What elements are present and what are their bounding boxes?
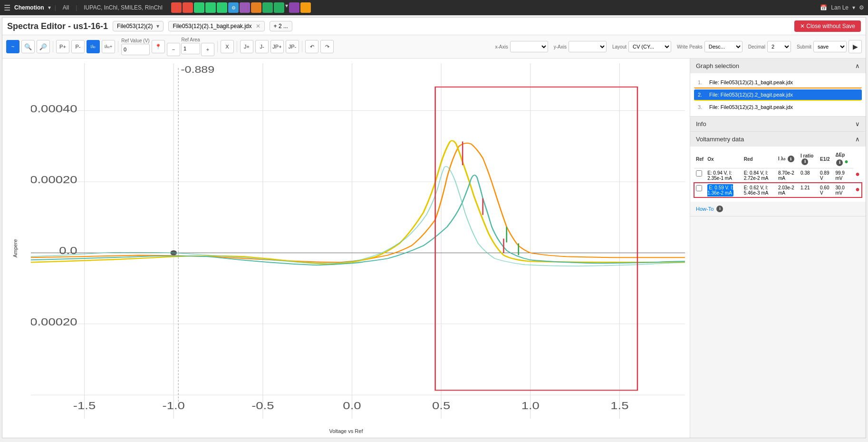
how-to-link[interactable]: How-To ℹ: [690, 202, 866, 216]
ref-area-plus-button[interactable]: +: [201, 43, 214, 56]
axis-controls: x-Axis y-Axis Layout CV (CY... Write Pea…: [492, 40, 862, 53]
p-plus-button[interactable]: P+: [56, 40, 69, 53]
svg-text:-0.889: -0.889: [181, 64, 214, 75]
nav-icon-dropdown[interactable]: ▾: [285, 2, 288, 13]
row1-checkbox[interactable]: [696, 170, 702, 177]
svg-text:1.0: 1.0: [521, 400, 540, 412]
i-lambda-button[interactable]: Iλ₀: [87, 40, 100, 53]
graph-3-file: File: File053(12)(2).3_bagit.peak.jdx: [709, 104, 793, 110]
toolbar: ~ 🔍 🔍 P+ P- Iλ₀ Iλ₀+ Ref Value (V) 📍 Ref…: [2, 35, 866, 59]
redo-button[interactable]: ↷: [320, 40, 334, 53]
i-lambda-plus-button[interactable]: Iλ₀+: [102, 40, 115, 53]
file-tab-more[interactable]: + 2 ...: [270, 21, 292, 31]
settings-icon[interactable]: ⚙: [859, 4, 864, 11]
file-tab-2-close[interactable]: ✕: [256, 23, 260, 29]
undo-button[interactable]: ↶: [305, 40, 318, 53]
calendar-icon[interactable]: 📅: [820, 4, 827, 11]
nav-icon-6[interactable]: ⚙: [228, 2, 239, 13]
nav-icon-10[interactable]: [274, 2, 284, 13]
x-axis-title: Voltage vs Ref: [329, 428, 363, 434]
row2-red-dot[interactable]: ●: [855, 185, 860, 193]
row1-red: E: 0.84 V, I: 2.72e-2 mA: [742, 168, 776, 183]
voltammetry-header[interactable]: Voltammetry data ∧: [690, 132, 866, 147]
row1-ilambda: 8.70e-2 mA: [776, 168, 799, 183]
p-minus-button[interactable]: P-: [71, 40, 85, 53]
submit-label: Submit: [797, 44, 811, 49]
file-tab-1-dropdown[interactable]: ▾: [156, 23, 159, 29]
col-ref: Ref: [694, 150, 705, 168]
nav-icon-1[interactable]: [171, 2, 182, 13]
toolbar-sep-2: [118, 41, 118, 52]
layout-select[interactable]: CV (CY...: [628, 41, 671, 52]
iratio-info-icon: ℹ: [801, 158, 808, 165]
nav-icon-5[interactable]: [217, 2, 227, 13]
row2-checkbox[interactable]: [696, 185, 702, 191]
layout-label: Layout: [612, 44, 627, 49]
voltammetry-section: Voltammetry data ∧ Ref Ox: [690, 132, 866, 216]
decimal-select[interactable]: 2: [767, 41, 791, 52]
nav-icon-11[interactable]: [289, 2, 299, 13]
row1-red-dot[interactable]: ●: [855, 170, 860, 178]
row1-iratio: 0.38: [799, 168, 818, 183]
nav-iupac[interactable]: IUPAC, InChI, SMILES, RInChI: [81, 4, 165, 11]
nav-icon-4[interactable]: [205, 2, 216, 13]
row1-e12: 0.89 V: [818, 168, 833, 183]
user-dropdown-icon[interactable]: ▾: [852, 4, 855, 11]
ref-area-label: Ref Area: [182, 37, 200, 42]
graph-item-2[interactable]: 2. File: File053(12)(2).2_bagit.peak.jdx: [694, 89, 862, 101]
nav-icon-9[interactable]: [262, 2, 273, 13]
j-plus-button[interactable]: J+: [240, 40, 253, 53]
write-peaks-label: Write Peaks: [677, 44, 703, 49]
zoom-out-button[interactable]: 🔍: [37, 40, 50, 53]
line-tool-button[interactable]: ~: [6, 40, 19, 53]
nav-icon-7[interactable]: [240, 2, 250, 13]
nav-icon-8[interactable]: [251, 2, 261, 13]
svg-text:-1.0: -1.0: [163, 400, 185, 412]
ref-area-input[interactable]: [181, 43, 200, 54]
graph-selection-title: Graph selection: [696, 62, 739, 69]
zoom-in-button[interactable]: 🔍: [21, 40, 35, 53]
how-to-label: How-To: [696, 206, 714, 212]
submit-select[interactable]: save: [813, 41, 847, 52]
close-without-save-button[interactable]: ✕ Close without Save: [794, 20, 861, 32]
graph-selection-collapse-icon[interactable]: ∧: [855, 62, 860, 69]
nav-all[interactable]: All: [60, 4, 72, 11]
info-title: Info: [696, 120, 706, 128]
y-axis-select[interactable]: [569, 41, 607, 52]
voltammetry-collapse-icon[interactable]: ∧: [855, 136, 860, 143]
editor-header: Spectra Editor - us1-16-1 File053(12)(2)…: [2, 18, 866, 35]
ref-value-input[interactable]: [121, 44, 150, 55]
svg-text:-0.5: -0.5: [251, 400, 274, 412]
hamburger-icon[interactable]: ☰: [4, 3, 10, 12]
app-dropdown-icon[interactable]: ▾: [48, 4, 51, 11]
write-peaks-select[interactable]: Desc...: [704, 41, 743, 52]
jp-minus-button[interactable]: JP-: [286, 40, 299, 53]
graph-item-1[interactable]: 1. File: File053(12)(2).1_bagit.peak.jdx: [694, 77, 862, 88]
file-tab-1[interactable]: File053(12)(2) ▾: [113, 21, 164, 31]
row2-red: E: 0.62 V, I: 5.46e-3 mA: [742, 183, 776, 197]
svg-text:0.00020: 0.00020: [31, 174, 77, 186]
graph-item-3[interactable]: 3. File: File053(12)(2).3_bagit.peak.jdx: [694, 102, 862, 112]
deltaep-info-icon: ℹ: [836, 159, 843, 166]
row2-ilambda: 2.03e-2 mA: [776, 183, 799, 197]
info-header[interactable]: Info ∨: [690, 117, 866, 131]
j-minus-button[interactable]: J-: [255, 40, 269, 53]
user-name[interactable]: Lan Le: [831, 4, 849, 11]
info-collapse-icon[interactable]: ∨: [855, 120, 860, 128]
ref-area-minus-button[interactable]: −: [167, 43, 180, 56]
x-axis-select[interactable]: [510, 41, 548, 52]
chart-svg[interactable]: 0.00040 0.00020 0.0 -0.00020 -1.5 -1.0 -…: [31, 63, 685, 419]
location-button[interactable]: 📍: [152, 40, 165, 53]
x-button[interactable]: X: [221, 40, 234, 53]
svg-text:0.0: 0.0: [343, 400, 361, 412]
nav-icon-12[interactable]: [300, 2, 311, 13]
nav-icon-2[interactable]: [183, 2, 193, 13]
curve-teal-2: [31, 167, 685, 266]
nav-icon-3[interactable]: [194, 2, 204, 13]
file-tab-2[interactable]: File053(12)(2).1_bagit.peak.jdx ✕: [168, 21, 264, 31]
jp-plus-button[interactable]: JP+: [270, 40, 284, 53]
ref-value-group: Ref Value (V): [121, 38, 150, 55]
svg-text:-1.5: -1.5: [73, 400, 96, 412]
submit-run-button[interactable]: ▶: [849, 40, 862, 53]
graph-selection-header[interactable]: Graph selection ∧: [690, 59, 866, 73]
